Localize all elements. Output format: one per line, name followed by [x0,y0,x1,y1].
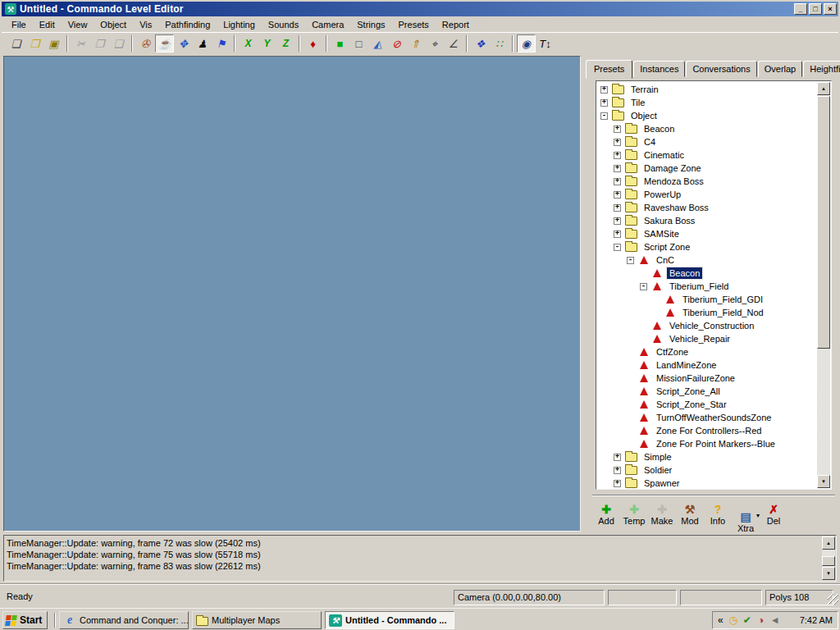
tree-expander-icon[interactable]: + [614,217,621,225]
object-mode-teapot-icon[interactable]: ☕ [155,34,174,52]
add-button[interactable]: ✚ Add [592,500,620,531]
panel-tab[interactable]: Heightfield [803,61,840,77]
rgb-squares-icon[interactable]: ∷ [490,34,509,52]
task-folder[interactable]: Multiplayer Maps [192,611,322,629]
tree-item[interactable]: Tiberium_Field_Nod [597,306,817,319]
axis-x-icon[interactable]: X [239,34,258,52]
tree-item[interactable]: Beacon [597,267,817,280]
camera-tripod-icon[interactable]: ⌖ [425,34,444,52]
tree-expander-icon[interactable]: + [614,126,621,133]
close-button[interactable]: × [824,3,837,15]
tree-item[interactable]: - CnC [597,253,817,267]
tree-item[interactable]: TurnOffWeatherSoundsZone [597,411,817,424]
panel-tab[interactable]: Instances [633,61,685,77]
viewport-3d[interactable] [3,56,581,532]
scrollbar-thumb[interactable] [817,96,830,349]
tree-item[interactable]: + SAMSite [597,227,817,240]
tree-item[interactable]: Zone For Point Markers--Blue [597,437,817,450]
scroll-up-icon[interactable]: ▲ [822,536,835,550]
tree-expander-icon[interactable]: + [614,139,621,146]
app-tray-icon[interactable]: ◑ [756,614,767,626]
update-check-tray-icon[interactable]: ✔ [742,614,753,626]
menu-item[interactable]: Lighting [217,17,262,32]
polygon-tool-icon[interactable]: ∠ [444,34,463,52]
tree-expander-icon[interactable]: + [614,480,621,487]
separator[interactable] [299,35,300,52]
tree-expander-icon[interactable]: + [614,152,621,159]
separator[interactable] [234,35,235,52]
scroll-up-icon[interactable]: ▲ [817,82,830,95]
tree-expander-icon[interactable]: + [614,231,621,238]
vis-sector-icon[interactable]: ◭ [368,34,387,52]
menu-item[interactable]: Sounds [262,17,305,32]
save-file-icon[interactable]: ▣ [44,34,63,52]
tree-item[interactable]: + Spawner [597,477,817,488]
tree-item[interactable]: + Tile [597,96,817,109]
menu-item[interactable]: Object [94,17,133,32]
info-button[interactable]: ? Info [704,500,732,531]
tree-expander-icon[interactable]: - [627,257,634,264]
solid-view-cube-icon[interactable]: ■ [331,34,349,52]
start-button[interactable]: Start [2,611,48,629]
make-button[interactable]: ✚ Make [648,500,676,531]
menu-item[interactable]: Pathfinding [158,17,217,32]
menu-item[interactable]: Presets [392,17,436,32]
tree-item[interactable]: LandMineZone [597,358,817,372]
wireframe-cube-icon[interactable]: □ [349,34,368,52]
waypath-flag-icon[interactable]: ⚑ [212,34,231,52]
text-scale-icon[interactable]: T↕ [536,34,555,52]
drop-to-ground-icon[interactable]: ♦ [304,34,322,52]
raise-height-icon[interactable]: ⇑ [406,34,425,52]
tree-scrollbar[interactable]: ▲ ▼ [817,82,830,488]
axis-z-icon[interactable]: Z [276,34,295,52]
tree-item[interactable]: + Terrain [597,83,817,96]
axis-y-icon[interactable]: Y [258,34,276,52]
tree-item[interactable]: Script_Zone_All [597,385,817,398]
tree-expander-icon[interactable]: - [614,244,621,251]
tree-item[interactable]: Vehicle_Repair [597,332,817,345]
tree-item[interactable]: + Simple [597,450,817,463]
mod-button[interactable]: ⚒ Mod [676,500,704,531]
log-output[interactable]: TimeManager::Update: warning, frame 72 w… [3,535,837,582]
separator[interactable] [66,35,68,52]
task-editor[interactable]: ⚒ Untitled - Commando ... [325,611,454,629]
tree-item[interactable]: + Damage Zone [597,162,817,175]
xtra-button[interactable]: ▤ Xtra ▾ [732,500,760,531]
scrollbar-thumb[interactable] [822,556,835,566]
menu-item[interactable]: Edit [33,17,62,32]
menu-item[interactable]: File [5,17,33,32]
tree-item[interactable]: + Soldier [597,463,817,477]
tree-expander-icon[interactable]: + [614,165,621,172]
tree-expander-icon[interactable]: - [600,112,608,120]
log-scrollbar[interactable]: ▲ ▼ [822,536,835,580]
panel-tab[interactable]: Presets [586,60,632,79]
menu-item[interactable]: View [62,17,94,32]
menu-item[interactable]: Camera [305,17,350,32]
resize-grip[interactable] [828,594,838,605]
show-eye-icon[interactable]: ◉ [517,34,536,52]
scroll-down-icon[interactable]: ▼ [817,475,830,488]
tree-expander-icon[interactable]: + [614,454,621,461]
tree-item[interactable]: - Script Zone [597,240,817,253]
tree-item[interactable]: - Tiberium_Field [597,280,817,293]
walkthrough-man-icon[interactable]: ♟ [193,34,212,52]
tree-item[interactable]: + C4 [597,135,817,148]
menu-item[interactable]: Strings [350,17,391,32]
separator[interactable] [512,35,514,52]
tree-item[interactable]: + Cinematic [597,148,817,162]
tree-expander-icon[interactable]: - [640,283,647,290]
tree-item[interactable]: Script_Zone_Star [597,398,817,411]
gizmo-axes-icon[interactable]: ✥ [174,34,193,52]
task-ie[interactable]: e Command and Conquer: ... [59,611,189,629]
scheduler-tray-icon[interactable]: ◷ [728,614,739,626]
scroll-down-icon[interactable]: ▼ [822,567,835,580]
tree-item[interactable]: CtfZone [597,345,817,358]
temp-button[interactable]: ✚ Temp [620,500,648,531]
tree-item[interactable]: MissionFailureZone [597,372,817,385]
copy-icon[interactable]: ❐ [90,34,109,52]
tray-chevron-icon[interactable]: « [718,614,724,626]
tree-expander-icon[interactable]: + [614,467,621,474]
menu-item[interactable]: Report [436,17,476,32]
tree-item[interactable]: + PowerUp [597,188,817,201]
separator[interactable] [326,35,327,52]
